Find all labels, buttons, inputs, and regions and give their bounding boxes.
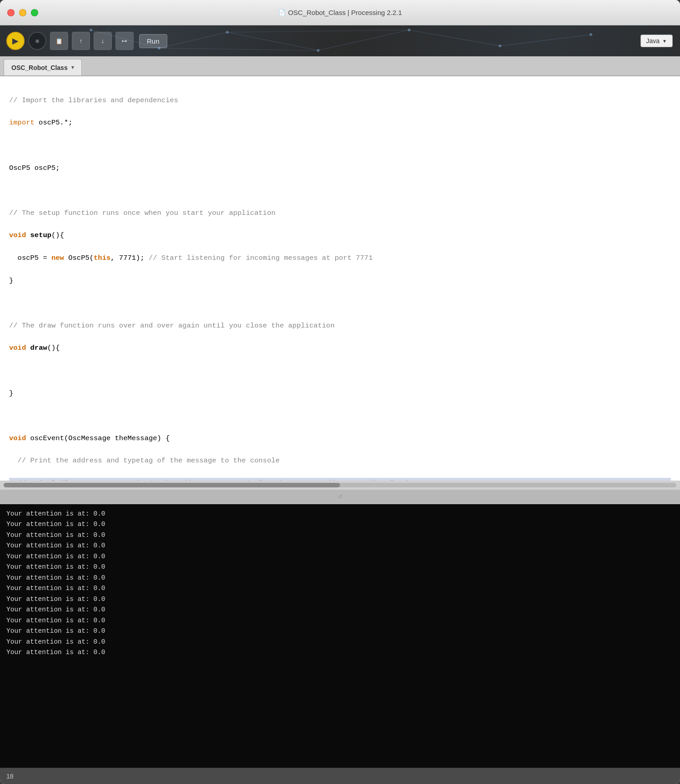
- svg-line-4: [409, 30, 500, 46]
- console-line-9: Your attention is at: 0.0: [6, 594, 674, 605]
- java-dropdown[interactable]: Java: [640, 35, 673, 47]
- code-content[interactable]: // Import the libraries and dependencies…: [0, 76, 680, 481]
- stop-button[interactable]: ■: [28, 32, 46, 50]
- console-line-8: Your attention is at: 0.0: [6, 583, 674, 594]
- console-line-10: Your attention is at: 0.0: [6, 605, 674, 615]
- app-window: 📄 OSC_Robot_Class | Processing 2.2.1 ▶ ■…: [0, 0, 680, 784]
- code-line-5: [9, 185, 671, 196]
- svg-line-3: [318, 30, 409, 50]
- console-line-4: Your attention is at: 0.0: [6, 541, 674, 551]
- console-line-12: Your attention is at: 0.0: [6, 626, 674, 636]
- console-line-1: Your attention is at: 0.0: [6, 509, 674, 519]
- console-line-7: Your attention is at: 0.0: [6, 573, 674, 583]
- svg-point-11: [317, 49, 320, 52]
- svg-line-6: [159, 48, 318, 50]
- code-line-8: oscP5 = new OscP5(this, 7771); // Start …: [9, 253, 671, 264]
- code-line-14: }: [9, 388, 671, 399]
- window-title: 📄 OSC_Robot_Class | Processing 2.2.1: [278, 9, 402, 16]
- console-line-3: Your attention is at: 0.0: [6, 530, 674, 541]
- code-line-9: }: [9, 275, 671, 287]
- tab-label: OSC_Robot_Class: [11, 64, 68, 71]
- console-line-13: Your attention is at: 0.0: [6, 637, 674, 647]
- tabs-bar: OSC_Robot_Class ▾: [0, 56, 680, 76]
- code-line-2: import oscP5.*;: [9, 117, 671, 129]
- tab-osc-robot-class[interactable]: OSC_Robot_Class ▾: [4, 59, 82, 75]
- console-line-11: Your attention is at: 0.0: [6, 615, 674, 626]
- title-text: OSC_Robot_Class | Processing 2.2.1: [288, 9, 402, 16]
- play-button[interactable]: ▶: [6, 32, 25, 50]
- minimize-button[interactable]: [19, 9, 26, 16]
- resize-handle[interactable]: ↺: [0, 490, 680, 504]
- export-button[interactable]: ↦: [115, 32, 134, 50]
- code-line-10: [9, 298, 671, 309]
- close-button[interactable]: [7, 9, 15, 16]
- code-line-13: [9, 365, 671, 377]
- code-line-1: // Import the libraries and dependencies: [9, 95, 671, 106]
- console-line-14: Your attention is at: 0.0: [6, 647, 674, 658]
- status-bar: 18: [0, 768, 680, 784]
- console-output: Your attention is at: 0.0 Your attention…: [0, 504, 680, 768]
- editor-wrapper: // Import the libraries and dependencies…: [0, 76, 680, 504]
- console-line-2: Your attention is at: 0.0: [6, 519, 674, 530]
- loading-indicator: ↺: [338, 494, 342, 500]
- code-line-3: [9, 140, 671, 151]
- svg-point-14: [590, 33, 592, 36]
- new-button[interactable]: 📋: [50, 32, 68, 50]
- tab-dropdown-arrow[interactable]: ▾: [71, 65, 74, 70]
- svg-point-10: [226, 31, 229, 34]
- console-line-5: Your attention is at: 0.0: [6, 551, 674, 562]
- svg-line-5: [500, 35, 591, 46]
- toolbar: ▶ ■ 📋 ↑ ↓ ↦ Run Java: [0, 25, 680, 56]
- code-line-7: void setup(){: [9, 230, 671, 241]
- title-bar: 📄 OSC_Robot_Class | Processing 2.2.1: [0, 0, 680, 25]
- line-number-status: 18: [6, 773, 14, 780]
- code-line-15: [9, 410, 671, 422]
- code-line-4: OscP5 oscP5;: [9, 163, 671, 174]
- open-button[interactable]: ↑: [72, 32, 90, 50]
- svg-line-7: [227, 30, 409, 32]
- svg-point-12: [408, 29, 410, 31]
- code-line-16: void oscEvent(OscMessage theMessage) {: [9, 433, 671, 444]
- console-line-6: Your attention is at: 0.0: [6, 562, 674, 572]
- code-line-6: // The setup function runs once when you…: [9, 208, 671, 219]
- code-line-12: void draw(){: [9, 342, 671, 354]
- file-icon: 📄: [278, 9, 285, 16]
- run-label-button[interactable]: Run: [139, 34, 167, 48]
- editor-scrollbar[interactable]: [0, 481, 680, 490]
- maximize-button[interactable]: [31, 9, 38, 16]
- svg-line-2: [227, 32, 318, 50]
- svg-line-1: [159, 32, 227, 48]
- svg-point-13: [499, 45, 501, 47]
- code-editor[interactable]: // Import the libraries and dependencies…: [0, 76, 680, 481]
- svg-point-8: [90, 29, 92, 31]
- code-line-11: // The draw function runs over and over …: [9, 320, 671, 332]
- code-line-17: // Print the address and typetag of the …: [9, 455, 671, 466]
- scrollbar-track[interactable]: [4, 483, 676, 487]
- window-controls: [7, 9, 38, 16]
- save-button[interactable]: ↓: [94, 32, 112, 50]
- scrollbar-thumb[interactable]: [4, 483, 340, 487]
